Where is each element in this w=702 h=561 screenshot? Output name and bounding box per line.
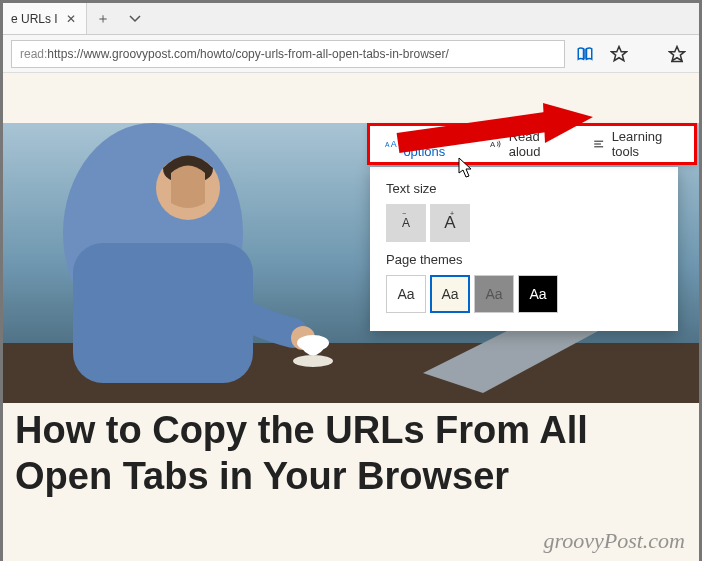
svg-text:A: A <box>490 140 496 149</box>
learning-tools-label: Learning tools <box>612 129 680 159</box>
content-area: AA Text options A Read aloud Learning to… <box>3 73 699 561</box>
new-tab-button[interactable]: ＋ <box>87 3 119 34</box>
read-aloud-icon: A <box>489 136 502 152</box>
address-bar: read:https://www.groovypost.com/howto/co… <box>3 35 699 73</box>
browser-tab[interactable]: e URLs I ✕ <box>3 3 87 34</box>
watermark: groovyPost.com <box>543 528 685 554</box>
star-list-icon <box>668 45 686 63</box>
learning-tools-button[interactable]: Learning tools <box>578 126 694 162</box>
theme-light-button[interactable]: Aa <box>386 275 426 313</box>
book-icon <box>576 45 594 63</box>
read-aloud-button[interactable]: A Read aloud <box>475 126 578 162</box>
url-prefix: read: <box>20 47 47 61</box>
text-options-panel: Text size − A + A Page themes Aa Aa Aa A… <box>370 167 678 331</box>
svg-text:A: A <box>385 141 390 148</box>
url-input[interactable]: read:https://www.groovypost.com/howto/co… <box>11 40 565 68</box>
page-themes-label: Page themes <box>386 252 662 267</box>
read-aloud-label: Read aloud <box>509 129 565 159</box>
theme-dark-button[interactable]: Aa <box>518 275 558 313</box>
svg-text:A: A <box>391 139 397 149</box>
decrease-text-size-button[interactable]: − A <box>386 204 426 242</box>
text-options-label: Text options <box>403 129 461 159</box>
increase-text-size-button[interactable]: + A <box>430 204 470 242</box>
learning-tools-icon <box>592 136 605 152</box>
tabs-bar: e URLs I ✕ ＋ <box>3 3 699 35</box>
url-text: https://www.groovypost.com/howto/copy-ur… <box>47 47 448 61</box>
favorites-list-button[interactable] <box>663 40 691 68</box>
text-options-button[interactable]: AA Text options <box>370 126 475 162</box>
article-title: How to Copy the URLs From All Open Tabs … <box>15 408 687 499</box>
star-icon <box>610 45 628 63</box>
chevron-down-icon <box>128 12 142 26</box>
svg-point-15 <box>293 355 333 367</box>
tab-title: e URLs I <box>11 12 58 26</box>
reading-view-button[interactable] <box>571 40 599 68</box>
tab-dropdown-button[interactable] <box>119 3 151 34</box>
reading-view-toolbar: AA Text options A Read aloud Learning to… <box>367 123 697 165</box>
text-options-icon: AA <box>384 136 397 152</box>
theme-gray-button[interactable]: Aa <box>474 275 514 313</box>
close-icon[interactable]: ✕ <box>64 12 78 26</box>
text-size-label: Text size <box>386 181 662 196</box>
favorite-button[interactable] <box>605 40 633 68</box>
theme-sepia-button[interactable]: Aa <box>430 275 470 313</box>
